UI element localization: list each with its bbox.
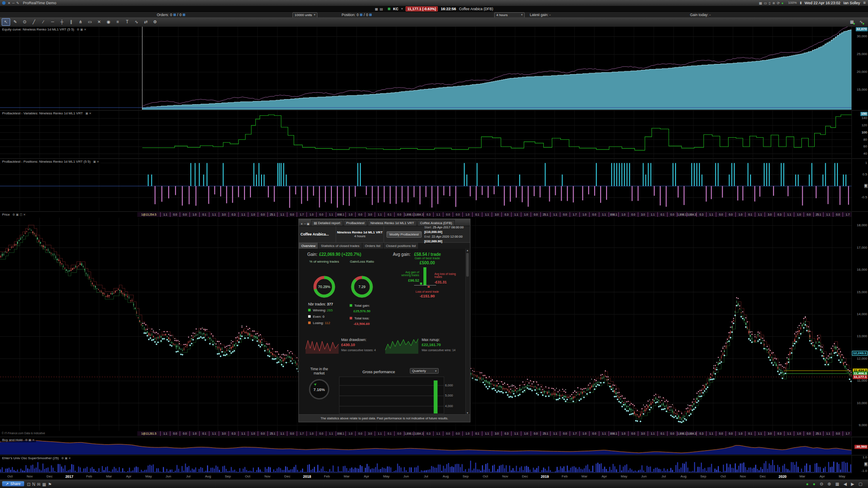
calendar-icon[interactable]: ▦ [835, 482, 839, 486]
apps-icon[interactable]: ▦ [42, 482, 46, 487]
detailed-report-window[interactable]: ✕─▣ ▤ Detailed reportProBacktestNineless… [298, 219, 470, 422]
window-icon[interactable]: ▣ [16, 213, 19, 216]
fit-chart-icon[interactable]: ▢ [859, 482, 862, 486]
pencil-tool[interactable]: ✎ [11, 18, 19, 26]
mail-icon[interactable]: ✉ [37, 482, 40, 487]
report-window-tab[interactable]: Nineless Renko 1d ML1 VRT [368, 220, 417, 226]
settings-icon[interactable]: ⚙ [25, 438, 28, 441]
scrollbar-thumb[interactable] [466, 253, 469, 277]
maximize-icon[interactable]: ▣ [306, 222, 310, 225]
pitchfork-tool[interactable]: ⋔ [76, 18, 85, 26]
gross-performance-period-dropdown[interactable]: Quarterly ▾ [410, 368, 439, 374]
chart-type-icon[interactable]: ▦ [375, 7, 378, 11]
chevron-down-icon[interactable]: ▾ [401, 7, 403, 11]
alert-icon[interactable]: ⚑ [48, 482, 52, 487]
user-name[interactable]: Ian Solley [843, 1, 860, 5]
settings-tool[interactable]: ⚙ [151, 18, 159, 26]
report-tab-orders-list[interactable]: Orders list [362, 243, 383, 249]
report-tab-overview[interactable]: Overview [299, 243, 318, 249]
modify-probacktest-button[interactable]: Modify ProBacktest [387, 231, 422, 238]
time-axis[interactable]: OctNovDec2017FebMarAprMayJunJulAugSepOct… [0, 473, 852, 480]
close-icon[interactable]: ✕ [89, 112, 92, 115]
crosshair-tool[interactable]: ┼ [58, 18, 66, 26]
compare-icon[interactable]: ◫ [19, 213, 22, 216]
variables-scale[interactable]: 140120100806040150 [851, 111, 868, 158]
close-icon[interactable]: ✕ [84, 28, 86, 31]
close-icon[interactable]: ✕ [8, 1, 11, 5]
indicator-tool[interactable]: ∿ [132, 18, 141, 26]
report-tab-statistics-of-closed-trades[interactable]: Statistics of closed trades [318, 243, 362, 249]
screenshot-icon[interactable]: ⊡ [27, 482, 31, 487]
window-icon[interactable]: ▣ [93, 160, 96, 163]
minimize-icon[interactable]: ─ [303, 222, 306, 225]
symbol-code[interactable]: KC [393, 7, 398, 11]
pan-right-icon[interactable]: ▶ [851, 482, 854, 486]
text-tool[interactable]: T [123, 18, 131, 26]
window-icon[interactable]: ▣ [85, 112, 88, 115]
watchlist-icon[interactable]: ▤ [380, 7, 383, 11]
settings-icon[interactable]: ⚙ [61, 457, 64, 460]
settings-icon[interactable]: ⚙ [12, 213, 15, 216]
window-icon[interactable]: ▣ [80, 28, 83, 31]
close-icon[interactable]: ✕ [300, 222, 303, 225]
close-icon[interactable]: ✕ [97, 160, 99, 163]
line-tool[interactable]: ╱ [30, 18, 38, 26]
position-chip2-icon[interactable] [369, 14, 372, 16]
menu-icon[interactable]: ≣ [863, 1, 866, 5]
close-icon[interactable]: ✕ [23, 213, 26, 216]
zoom-tool[interactable]: ⊙ [20, 18, 29, 26]
pan-left-icon[interactable]: ◀ [843, 482, 847, 486]
status-dot-icon [862, 23, 864, 25]
magnet-tool[interactable]: ◉ [104, 18, 113, 26]
data-strip-cell: 1.0 [736, 431, 746, 436]
window-icon[interactable]: ▣ [28, 438, 31, 441]
equity-price-scale[interactable]: 30,00025,00020,00015,00032,070 [851, 27, 868, 110]
notes-icon[interactable]: N [32, 482, 35, 487]
time-axis-label: Nov [740, 474, 746, 478]
ehlers-scale[interactable]: 1.0-1.00 [851, 455, 868, 473]
channel-tool[interactable]: ∥ [67, 18, 75, 26]
data-status-icon[interactable]: ● [813, 482, 815, 486]
total-loss-label: Total loss: [354, 316, 370, 320]
minimize-icon[interactable]: ─ [12, 1, 15, 5]
rectangle-tool[interactable]: ▭ [86, 18, 94, 26]
report-window-tab[interactable]: ProBacktest [344, 220, 367, 226]
timeframe-dropdown[interactable]: 4 hours ▾ [494, 12, 525, 18]
edit-icon[interactable]: ✎ [16, 1, 19, 5]
buy-and-hold-scale[interactable]: -30,593 [851, 437, 868, 455]
orders-chip2-icon[interactable] [183, 14, 185, 16]
segment-tool[interactable]: ∕ [39, 18, 47, 26]
cursor-tool[interactable]: ↖ [2, 18, 10, 26]
compare-tool[interactable]: ⇄ [142, 18, 150, 26]
units-dropdown[interactable]: 10000 units ▾ [292, 12, 317, 18]
gain-loss-ratio-donut: 7.29 [350, 275, 374, 299]
positions-chart[interactable] [0, 159, 852, 211]
data-strip-cell: 898.1 [609, 212, 619, 217]
variables-chart[interactable] [0, 111, 852, 158]
zoom-out-icon[interactable]: ⊖ [820, 482, 823, 486]
position-chip-icon[interactable] [360, 14, 362, 16]
share-button[interactable]: ↗ Share [2, 481, 24, 486]
orders-chip-icon[interactable] [173, 14, 176, 16]
add-indicator-icon[interactable]: ∿ [857, 18, 865, 26]
buy-and-hold-chart[interactable] [0, 437, 852, 455]
settings-icon[interactable]: ⚙ [77, 28, 79, 31]
chart-options-icon[interactable]: ▦ [848, 18, 856, 26]
close-icon[interactable]: ✕ [68, 457, 71, 460]
report-tab-closed-positions-list[interactable]: Closed positions list [384, 243, 419, 249]
connection-status-icon[interactable]: ● [806, 482, 809, 486]
fibonacci-tool[interactable]: ≡ [114, 18, 122, 26]
report-window-tab[interactable]: ▤ Detailed report [311, 220, 342, 226]
data-strip-cell: 25.1 [541, 431, 551, 436]
report-scrollbar[interactable]: ▲ ▼ [465, 249, 470, 415]
window-icon[interactable]: ▣ [65, 457, 68, 460]
ehlers-chart[interactable] [0, 455, 852, 473]
price-scale[interactable]: 18,00017,00016,00015,00014,00013,00012,0… [851, 212, 868, 431]
zoom-in-icon[interactable]: ⊕ [827, 482, 831, 486]
erase-tool[interactable]: ✕ [95, 18, 103, 26]
horizontal-line-tool[interactable]: ─ [48, 18, 57, 26]
close-icon[interactable]: ✕ [32, 438, 35, 441]
positions-scale[interactable]: 10.5-0.50 [851, 159, 868, 211]
scroll-up-icon[interactable]: ▲ [466, 249, 469, 252]
equity-curve-chart[interactable] [0, 27, 852, 110]
